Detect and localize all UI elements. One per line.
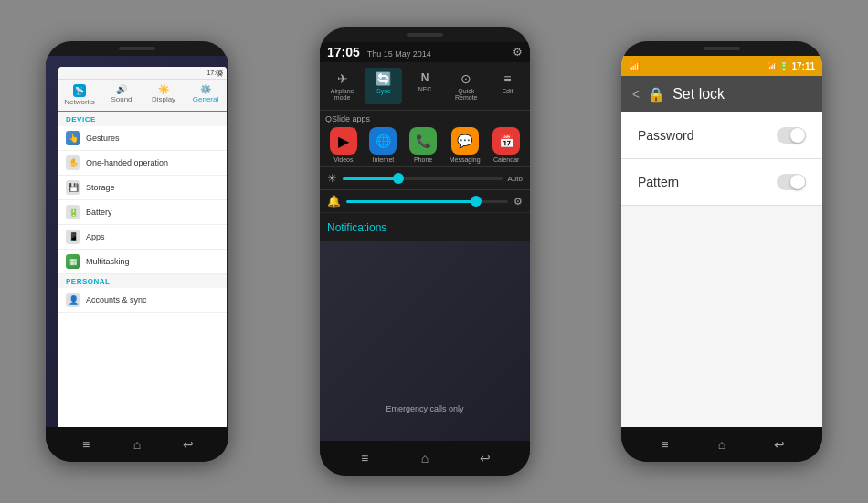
phone1-home-btn[interactable]: ⌂	[124, 432, 150, 457]
tab-display-label: Display	[152, 95, 175, 103]
settings-item-apps[interactable]: 📱 Apps	[58, 225, 227, 250]
phone1-speaker	[119, 47, 155, 50]
tab-sound-label: Sound	[111, 95, 132, 103]
volume-thumb[interactable]	[471, 196, 482, 207]
phone2-nav: ≡ ⌂ ↩	[320, 441, 530, 476]
phone1: × 17:05 📡 Networks 🔊 Sound ☀️ Display	[46, 41, 228, 462]
messaging-label: Messaging	[450, 156, 481, 163]
lock-option-pattern[interactable]: Pattern	[621, 159, 822, 206]
calendar-icon: 📅	[492, 127, 520, 155]
phone-label: Phone	[414, 156, 432, 163]
notif-time-area: 17:05 Thu 15 May 2014	[327, 45, 431, 59]
phone3-home-btn[interactable]: ⌂	[709, 432, 735, 457]
settings-tabs: 📡 Networks 🔊 Sound ☀️ Display ⚙️ General	[58, 80, 227, 112]
videos-icon: ▶	[330, 127, 357, 155]
accounts-label: Accounts & sync	[86, 295, 147, 305]
pattern-label: Pattern	[638, 175, 679, 189]
phone3-screen: 📶 📶 🔋 17:11 < 🔒 Set lock Password Patter…	[621, 56, 822, 427]
toggle-quickremote[interactable]: ⊙ QuickRemote	[448, 68, 485, 104]
notif-gear-icon[interactable]: ⚙	[513, 46, 523, 59]
phone2-back-btn[interactable]: ↩	[472, 445, 498, 471]
pattern-toggle[interactable]	[777, 174, 806, 190]
lock-status-time: 17:11	[791, 61, 815, 71]
settings-close-btn[interactable]: ×	[217, 69, 223, 80]
brightness-thumb[interactable]	[393, 173, 404, 184]
settings-item-storage[interactable]: 💾 Storage	[58, 176, 227, 200]
toggle-sync[interactable]: 🔄 Sync	[365, 68, 402, 104]
notif-status-bar: 17:05 Thu 15 May 2014 ⚙	[320, 42, 530, 62]
settings-item-multitasking[interactable]: ▦ Multitasking	[58, 250, 227, 274]
internet-label: Internet	[373, 156, 395, 163]
toggle-nfc[interactable]: N NFC	[406, 68, 443, 104]
lock-wifi-icon: 📶	[629, 61, 640, 71]
password-toggle[interactable]	[777, 127, 806, 144]
lock-content: Password Pattern	[621, 112, 822, 427]
tab-networks-label: Networks	[64, 98, 94, 106]
sync-label: Sync	[376, 88, 391, 94]
phone-icon: 📞	[409, 127, 437, 155]
qslide-section: QSlide apps ▶ Videos 🌐 Internet 📞 Phone …	[320, 111, 530, 167]
phone1-back-btn[interactable]: ↩	[175, 432, 201, 457]
qslide-title: QSlide apps	[325, 114, 524, 123]
multitasking-label: Multitasking	[86, 257, 130, 266]
personal-section-header: PERSONAL	[58, 274, 227, 288]
apps-icon: 📱	[66, 230, 80, 244]
notifications-label: Notifications	[327, 221, 386, 234]
phone2: 17:05 Thu 15 May 2014 ⚙ ✈ Airplanemode 🔄…	[320, 27, 530, 476]
apps-label: Apps	[86, 232, 105, 241]
phone3-menu-btn[interactable]: ≡	[651, 432, 677, 457]
quickremote-icon: ⊙	[460, 71, 471, 86]
internet-icon: 🌐	[369, 127, 397, 155]
battery-icon: 🔋	[66, 205, 80, 219]
qslide-messaging[interactable]: 💬 Messaging	[450, 127, 481, 163]
settings-panel: × 17:05 📡 Networks 🔊 Sound ☀️ Display	[58, 67, 227, 427]
notifications-label-row: Notifications	[320, 213, 530, 241]
battery-label: Battery	[86, 208, 112, 217]
tab-sound[interactable]: 🔊 Sound	[101, 80, 143, 111]
settings-item-accounts[interactable]: 👤 Accounts & sync	[58, 288, 227, 313]
brightness-fill	[343, 177, 398, 180]
volume-fill	[346, 200, 476, 203]
lock-option-password[interactable]: Password	[621, 112, 822, 159]
tab-networks[interactable]: 📡 Networks	[58, 80, 101, 111]
sound-icon: 🔊	[116, 84, 127, 94]
storage-label: Storage	[86, 183, 115, 192]
settings-item-onehanded[interactable]: ✋ One-handed operation	[58, 151, 227, 176]
emergency-text: Emergency calls only	[320, 404, 530, 413]
phone2-home-btn[interactable]: ⌂	[412, 445, 438, 471]
volume-settings-icon[interactable]: ⚙	[513, 196, 523, 208]
toggle-edit[interactable]: ≡ Edit	[489, 68, 526, 104]
tab-display[interactable]: ☀️ Display	[143, 80, 185, 111]
phone3: 📶 📶 🔋 17:11 < 🔒 Set lock Password Patter…	[621, 41, 822, 462]
multitasking-icon: ▦	[66, 254, 80, 269]
qslide-apps: ▶ Videos 🌐 Internet 📞 Phone 💬 Messaging …	[325, 127, 524, 163]
notif-date: Thu 15 May 2014	[367, 49, 431, 59]
volume-slider[interactable]	[346, 200, 508, 203]
qslide-internet[interactable]: 🌐 Internet	[369, 127, 397, 163]
phone1-screen: × 17:05 📡 Networks 🔊 Sound ☀️ Display	[46, 56, 228, 427]
lock-back-icon[interactable]: <	[632, 87, 640, 102]
phone2-menu-btn[interactable]: ≡	[352, 445, 377, 471]
settings-item-gestures[interactable]: 👆 Gestures	[58, 126, 227, 151]
tab-general[interactable]: ⚙️ General	[185, 80, 227, 111]
phone1-nav: ≡ ⌂ ↩	[46, 427, 228, 462]
videos-label: Videos	[333, 156, 353, 163]
sync-icon: 🔄	[376, 71, 391, 86]
edit-label: Edit	[502, 88, 513, 94]
volume-row: 🔔 ⚙	[320, 190, 530, 213]
qslide-videos[interactable]: ▶ Videos	[330, 127, 357, 163]
onehanded-icon: ✋	[66, 155, 80, 170]
qslide-phone[interactable]: 📞 Phone	[409, 127, 437, 163]
toggle-airplane[interactable]: ✈ Airplanemode	[323, 68, 361, 104]
phone3-speaker	[704, 47, 740, 50]
settings-item-battery[interactable]: 🔋 Battery	[58, 200, 227, 225]
phone1-menu-btn[interactable]: ≡	[73, 432, 99, 457]
password-toggle-knob	[790, 128, 805, 143]
lock-battery-icon: 🔋	[779, 62, 789, 70]
brightness-slider[interactable]	[343, 177, 503, 180]
lock-status-left: 📶	[629, 61, 640, 71]
phone3-back-btn[interactable]: ↩	[767, 432, 792, 457]
general-icon: ⚙️	[200, 84, 211, 94]
gestures-icon: 👆	[66, 131, 80, 145]
qslide-calendar[interactable]: 📅 Calendar	[492, 127, 520, 163]
